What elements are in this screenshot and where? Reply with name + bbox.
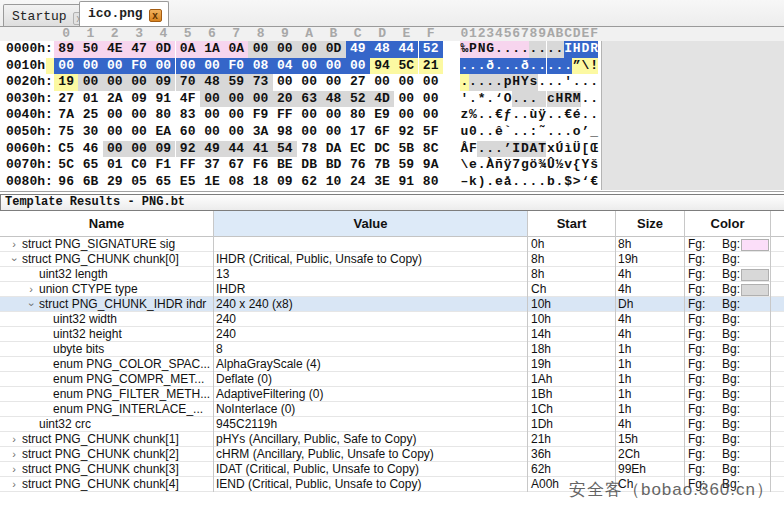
hex-byte[interactable]: 7A — [54, 107, 78, 124]
hex-byte[interactable]: F0 — [127, 58, 151, 75]
ascii-char[interactable]: . — [469, 91, 478, 108]
ascii-char[interactable]: : — [529, 124, 538, 141]
hex-byte[interactable]: 92 — [394, 124, 418, 141]
ascii-char[interactable]: g — [521, 157, 530, 174]
ascii-char[interactable]: { — [572, 157, 581, 174]
ascii-char[interactable]: é — [572, 107, 581, 124]
ascii-char[interactable]: $ — [564, 174, 573, 191]
hex-byte[interactable]: 00 — [54, 58, 78, 75]
ascii-char[interactable]: ˜ — [538, 124, 547, 141]
table-row[interactable]: uint32 height24014h4hFg:Bg: — [0, 327, 784, 342]
table-row[interactable]: enum PNG_COMPR_MET...Deflate (0)1Ah1hFg:… — [0, 372, 784, 387]
ascii-char[interactable]: . — [555, 41, 564, 58]
ascii-char[interactable]: D — [521, 141, 530, 158]
table-row[interactable]: ›struct PNG_CHUNK chunk[3]IDAT (Critical… — [0, 462, 784, 477]
hex-byte[interactable]: 00 — [273, 74, 297, 91]
hex-byte[interactable]: DA — [321, 141, 345, 158]
ascii-char[interactable]: v — [564, 157, 573, 174]
ascii-char[interactable]: H — [555, 91, 564, 108]
ascii-char[interactable]: > — [572, 174, 581, 191]
ascii-char[interactable]: – — [460, 174, 469, 191]
hex-byte[interactable]: 2A — [103, 91, 127, 108]
expand-arrow-icon[interactable]: › — [6, 432, 22, 447]
ascii-char[interactable]: . — [495, 58, 504, 75]
ascii-char[interactable] — [538, 91, 547, 108]
table-row[interactable]: ›struct PNG_CHUNK chunk[1]pHYs (Ancillar… — [0, 432, 784, 447]
collapse-arrow-icon[interactable]: › — [24, 297, 39, 312]
ascii-char[interactable]: . — [529, 58, 538, 75]
hex-byte[interactable]: 94 — [370, 58, 394, 75]
hex-byte[interactable]: 80 — [346, 107, 370, 124]
ascii-char[interactable]: ð — [486, 58, 495, 75]
ascii-char[interactable]: . — [547, 74, 556, 91]
hex-byte[interactable]: 08 — [248, 58, 272, 75]
tab-ico-png[interactable]: ico.pngx — [79, 1, 169, 26]
hex-byte[interactable]: 0A — [176, 41, 200, 58]
ascii-char[interactable]: . — [486, 91, 495, 108]
hex-byte[interactable]: 00 — [321, 74, 345, 91]
hex-byte[interactable]: 48 — [321, 91, 345, 108]
hex-byte[interactable]: 00 — [370, 74, 394, 91]
hex-byte[interactable]: 00 — [419, 74, 443, 91]
hex-byte[interactable]: 00 — [103, 74, 127, 91]
hex-byte[interactable]: 00 — [297, 41, 321, 58]
hex-byte[interactable]: F1 — [151, 157, 175, 174]
hex-byte[interactable]: 20 — [273, 91, 297, 108]
hex-byte[interactable]: BE — [273, 157, 297, 174]
ascii-char[interactable]: . — [477, 74, 486, 91]
ascii-char[interactable]: s — [529, 74, 538, 91]
hex-byte[interactable]: 00 — [224, 107, 248, 124]
ascii-char[interactable]: I — [512, 141, 521, 158]
ascii-char[interactable]: 0 — [469, 124, 478, 141]
column-divider[interactable] — [684, 211, 685, 492]
hex-byte[interactable]: 00 — [394, 107, 418, 124]
column-divider[interactable] — [527, 211, 528, 492]
hex-byte[interactable]: 00 — [78, 58, 102, 75]
ascii-char[interactable]: I — [564, 41, 573, 58]
hex-byte[interactable]: 6B — [78, 174, 102, 191]
hex-byte[interactable]: 70 — [176, 74, 200, 91]
hex-byte[interactable]: 59 — [224, 74, 248, 91]
table-row[interactable]: ›struct PNG_SIGNATURE sig0h8hFg:Bg: — [0, 237, 784, 252]
ascii-char[interactable]: A — [529, 141, 538, 158]
ascii-char[interactable]: . — [477, 107, 486, 124]
ascii-char[interactable]: . — [469, 74, 478, 91]
hex-byte[interactable]: 48 — [370, 41, 394, 58]
ascii-char[interactable]: ½ — [555, 157, 564, 174]
ascii-char[interactable]: . — [555, 124, 564, 141]
ascii-char[interactable]: . — [538, 174, 547, 191]
ascii-char[interactable]: ` — [503, 124, 512, 141]
ascii-char[interactable]: Ü — [572, 141, 581, 158]
table-row[interactable]: enum PNG_INTERLACE_...NoInterlace (0)1Ch… — [0, 402, 784, 417]
hex-byte[interactable]: 00 — [394, 74, 418, 91]
ascii-char[interactable]: . — [512, 124, 521, 141]
hex-byte[interactable]: 4E — [103, 41, 127, 58]
hex-byte[interactable]: 37 — [200, 157, 224, 174]
hex-byte[interactable]: 48 — [200, 74, 224, 91]
ascii-char[interactable]: . — [590, 91, 599, 108]
ascii-char[interactable]: e — [469, 157, 478, 174]
hex-byte[interactable]: 00 — [200, 107, 224, 124]
ascii-char[interactable]: . — [538, 74, 547, 91]
hex-byte[interactable]: 00 — [297, 58, 321, 75]
hex-byte[interactable]: 00 — [297, 74, 321, 91]
ascii-char[interactable]: z — [460, 107, 469, 124]
hex-byte[interactable]: BD — [321, 157, 345, 174]
ascii-char[interactable]: . — [590, 107, 599, 124]
hex-byte[interactable]: 67 — [224, 157, 248, 174]
ascii-char[interactable]: . — [512, 58, 521, 75]
hex-byte[interactable]: 17 — [346, 124, 370, 141]
hex-byte[interactable]: 8C — [419, 141, 443, 158]
hex-byte[interactable]: 00 — [103, 107, 127, 124]
hex-byte[interactable]: 98 — [273, 124, 297, 141]
ascii-char[interactable]: D — [581, 41, 590, 58]
hex-byte[interactable]: 7B — [370, 157, 394, 174]
hex-byte[interactable]: 00 — [419, 91, 443, 108]
ascii-char[interactable]: . — [486, 174, 495, 191]
hex-byte[interactable]: 09 — [151, 74, 175, 91]
ascii-char[interactable]: . — [495, 74, 504, 91]
hex-byte[interactable]: 00 — [151, 58, 175, 75]
hex-byte[interactable]: 09 — [273, 174, 297, 191]
hex-byte[interactable]: 83 — [176, 107, 200, 124]
ascii-char[interactable]: . — [486, 124, 495, 141]
